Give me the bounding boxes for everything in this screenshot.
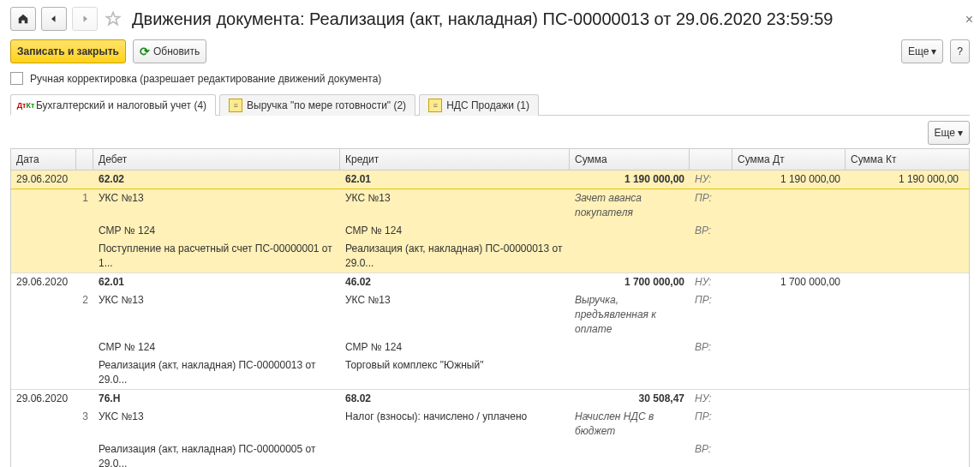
tag-nu: НУ: — [690, 273, 732, 291]
cell-kt: 1 190 000,00 — [846, 171, 964, 189]
chevron-down-icon: ▾ — [931, 45, 936, 57]
cell-row-num: 2 — [76, 291, 93, 338]
col-sum-kt[interactable]: Сумма Кт — [846, 149, 964, 170]
refresh-icon: ⟳ — [140, 45, 150, 58]
cell-debit-acc: 62.02 — [93, 171, 340, 189]
cell-credit-acc: 46.02 — [340, 273, 570, 291]
cell-date: 29.06.2020 — [11, 171, 76, 189]
help-button[interactable]: ? — [950, 39, 970, 63]
favorite-star-icon[interactable] — [103, 9, 123, 29]
home-button[interactable] — [10, 7, 36, 31]
tab-accounting[interactable]: ДтКт Бухгалтерский и налоговый учет (4) — [10, 94, 216, 116]
top-toolbar: Движения документа: Реализация (акт, нак… — [10, 7, 970, 31]
col-debit[interactable]: Дебет — [93, 149, 340, 170]
col-sum-dt[interactable]: Сумма Дт — [732, 149, 846, 170]
tag-pr: ПР: — [690, 408, 732, 440]
cell-debit-acc: 76.Н — [93, 390, 340, 408]
col-credit[interactable]: Кредит — [340, 149, 570, 170]
close-button[interactable]: × — [965, 12, 973, 27]
col-num[interactable] — [76, 149, 93, 170]
arrow-right-icon — [79, 14, 91, 24]
tab-vat[interactable]: ≡ НДС Продажи (1) — [419, 94, 539, 116]
back-button[interactable] — [41, 7, 67, 31]
tag-pr: ПР: — [690, 291, 732, 338]
page-title: Движения документа: Реализация (акт, нак… — [132, 9, 834, 29]
tab-revenue[interactable]: ≡ Выручка "по мере готовности" (2) — [219, 94, 415, 116]
table-row[interactable]: 29.06.202062.0262.011 190 000,00НУ:1 190… — [11, 171, 969, 273]
grid-header: Дата Дебет Кредит Сумма Сумма Дт Сумма К… — [11, 149, 969, 171]
register-icon: ≡ — [428, 99, 442, 112]
forward-button[interactable] — [72, 7, 98, 31]
cell-sum: 30 508,47 — [570, 390, 690, 408]
manual-correction-row: Ручная корректировка (разрешает редактир… — [10, 72, 970, 85]
tag-nu: НУ: — [690, 171, 732, 189]
register-icon: ≡ — [229, 99, 242, 112]
cell-kt — [846, 273, 964, 291]
table-row[interactable]: 29.06.202062.0146.021 700 000,00НУ:1 700… — [11, 273, 969, 390]
cell-dt: 1 700 000,00 — [732, 273, 846, 291]
cell-dt — [732, 390, 846, 408]
cell-credit-acc: 62.01 — [340, 171, 570, 189]
grid-more-button[interactable]: Еще▾ — [928, 121, 970, 145]
cell-date: 29.06.2020 — [11, 273, 76, 291]
home-icon — [17, 13, 29, 25]
save-close-button[interactable]: Записать и закрыть — [10, 39, 126, 63]
col-tag[interactable] — [690, 149, 732, 170]
arrow-left-icon — [48, 14, 60, 24]
chevron-down-icon: ▾ — [958, 127, 963, 139]
cell-row-num: 3 — [76, 408, 93, 440]
manual-correction-checkbox[interactable] — [10, 72, 23, 85]
col-sum[interactable]: Сумма — [570, 149, 690, 170]
cell-date: 29.06.2020 — [11, 390, 76, 408]
cell-sum: 1 700 000,00 — [570, 273, 690, 291]
tabs-bar: ДтКт Бухгалтерский и налоговый учет (4) … — [10, 93, 970, 116]
cell-comment: Начислен НДС в бюджет — [570, 408, 690, 440]
cell-comment: Выручка, предъявленная к оплате — [570, 291, 690, 338]
more-button[interactable]: Еще▾ — [901, 39, 943, 63]
postings-grid: Дата Дебет Кредит Сумма Сумма Дт Сумма К… — [10, 148, 970, 467]
tag-vr: ВР: — [690, 440, 732, 467]
manual-correction-label: Ручная корректировка (разрешает редактир… — [30, 73, 381, 85]
cell-kt — [846, 390, 964, 408]
tag-pr: ПР: — [690, 189, 732, 222]
col-date[interactable]: Дата — [11, 149, 76, 170]
refresh-button[interactable]: ⟳Обновить — [133, 39, 206, 63]
cell-comment: Зачет аванса покупателя — [570, 189, 690, 222]
tag-vr: ВР: — [690, 222, 732, 240]
tag-nu: НУ: — [690, 390, 732, 408]
cell-row-num: 1 — [76, 189, 93, 222]
cell-credit-acc: 68.02 — [340, 390, 570, 408]
table-row[interactable]: 29.06.202076.Н68.0230 508,47НУ:3УКС №13Н… — [11, 390, 969, 467]
dt-kt-icon: ДтКт — [20, 99, 32, 111]
cell-debit-acc: 62.01 — [93, 273, 340, 291]
tag-vr: ВР: — [690, 338, 732, 356]
cell-sum: 1 190 000,00 — [570, 171, 690, 189]
action-toolbar: Записать и закрыть ⟳Обновить Еще▾ ? — [10, 39, 970, 63]
cell-dt: 1 190 000,00 — [732, 171, 846, 189]
